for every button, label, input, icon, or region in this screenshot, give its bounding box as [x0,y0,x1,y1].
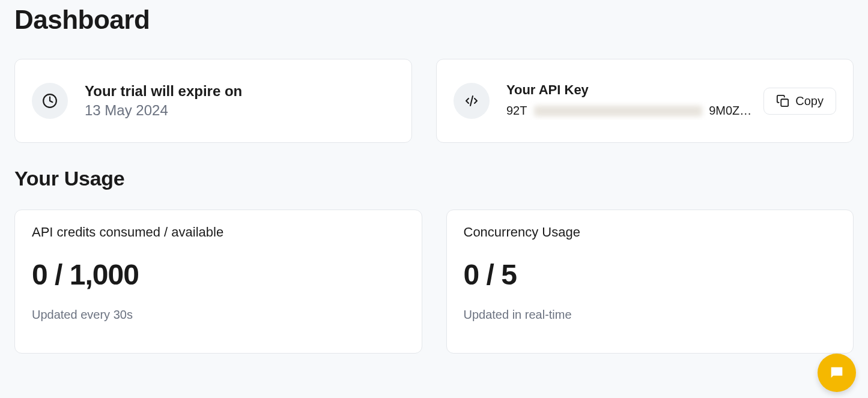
info-row: Your trial will expire on 13 May 2024 Yo… [14,59,854,143]
trial-text: Your trial will expire on 13 May 2024 [85,83,242,119]
concurrency-title: Concurrency Usage [464,225,837,240]
code-icon [454,83,490,119]
trial-date: 13 May 2024 [85,102,242,119]
apikey-prefix: 92T [506,104,527,117]
copy-icon [776,94,789,107]
usage-heading: Your Usage [14,167,854,190]
chat-icon [828,364,845,381]
concurrency-value: 0 / 5 [464,258,837,291]
clock-icon [32,83,68,119]
page-title: Dashboard [14,5,854,35]
trial-card: Your trial will expire on 13 May 2024 [14,59,412,143]
credits-title: API credits consumed / available [32,225,405,240]
credits-card: API credits consumed / available 0 / 1,0… [14,210,422,354]
copy-button[interactable]: Copy [763,88,836,115]
copy-button-label: Copy [795,94,824,108]
apikey-masked [534,106,702,116]
apikey-card: Your API Key 92T 9M0Z… Copy [436,59,854,143]
credits-value: 0 / 1,000 [32,258,405,291]
chat-fab[interactable] [818,354,856,392]
apikey-value-row: 92T 9M0Z… [506,101,756,120]
trial-label: Your trial will expire on [85,83,242,100]
usage-row: API credits consumed / available 0 / 1,0… [14,210,854,354]
apikey-label: Your API Key [506,82,756,98]
apikey-suffix: 9M0Z… [709,104,751,117]
credits-note: Updated every 30s [32,308,405,322]
concurrency-card: Concurrency Usage 0 / 5 Updated in real-… [446,210,854,354]
svg-rect-2 [782,99,789,106]
svg-line-1 [470,96,473,106]
concurrency-note: Updated in real-time [464,308,837,322]
apikey-value[interactable]: 92T 9M0Z… [506,101,756,120]
